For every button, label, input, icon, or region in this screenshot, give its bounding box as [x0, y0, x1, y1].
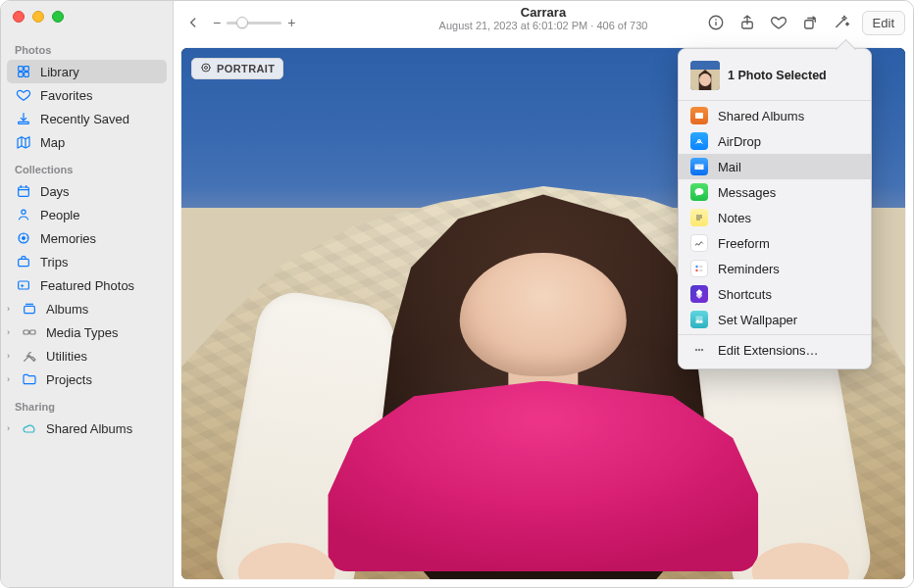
share-menu: 1 Photo Selected Shared AlbumsAirDropMai… [678, 48, 872, 369]
portrait-badge-icon [200, 62, 212, 75]
menu-item-label: AirDrop [718, 134, 761, 149]
extensions-icon [690, 341, 708, 359]
toolbar-title-block: Carrara August 21, 2023 at 6:01:02 PM · … [439, 5, 648, 31]
notes-icon [690, 209, 708, 226]
svg-point-11 [22, 236, 25, 240]
sidebar-item-label: Trips [40, 255, 68, 270]
cloud-icon [21, 420, 38, 436]
share-menu-item-notes[interactable]: Notes [679, 205, 871, 230]
portrait-badge: PORTRAIT [191, 58, 283, 79]
person-icon [15, 207, 32, 222]
sidebar-section-header: Sharing [7, 391, 167, 416]
sidebar-item-label: Memories [40, 231, 96, 246]
rect-stack-icon [21, 301, 38, 317]
sidebar-item-map[interactable]: Map [7, 130, 167, 154]
share-menu-thumbnail [690, 61, 720, 90]
sidebar-item-label: Shared Albums [46, 421, 132, 436]
sidebar-item-recently[interactable]: Recently Saved [7, 107, 167, 130]
svg-rect-19 [24, 330, 28, 334]
reminders-icon [690, 260, 708, 277]
zoom-out-label[interactable]: − [213, 15, 221, 30]
shortcuts-icon [690, 285, 708, 303]
sidebar-item-people[interactable]: People [7, 203, 167, 226]
svg-point-43 [698, 349, 700, 351]
sidebar-item-library[interactable]: Library [7, 60, 167, 83]
chevron-right-icon[interactable]: › [7, 327, 10, 337]
close-window-button[interactable] [13, 11, 25, 23]
edit-button[interactable]: Edit [862, 11, 905, 35]
sidebar-item-albums[interactable]: ›Albums [13, 297, 167, 320]
app-window: PhotosLibraryFavoritesRecently SavedMapC… [0, 0, 914, 588]
svg-point-42 [695, 349, 697, 351]
share-menu-item-mail[interactable]: Mail [679, 154, 871, 179]
sidebar-item-days[interactable]: Days [7, 179, 167, 203]
menu-item-label: Set Wallpaper [718, 313, 797, 327]
calendar-icon [15, 183, 32, 199]
chevron-right-icon[interactable]: › [7, 351, 10, 361]
sidebar-item-memories[interactable]: Memories [7, 226, 167, 250]
chevron-right-icon[interactable]: › [7, 374, 10, 384]
svg-point-26 [202, 64, 210, 72]
svg-point-27 [205, 67, 208, 70]
sidebar-section-header: Photos [7, 34, 167, 60]
auto-enhance-button[interactable] [827, 9, 856, 36]
svg-rect-17 [19, 281, 29, 289]
info-button[interactable] [701, 9, 731, 36]
mail-icon [690, 158, 708, 175]
wrench-icon [21, 348, 38, 364]
freeform-icon [690, 234, 708, 252]
sidebar-item-label: Days [40, 184, 70, 199]
favorite-button[interactable] [764, 9, 793, 36]
share-menu-item-reminders[interactable]: Reminders [679, 256, 871, 281]
separator [679, 334, 871, 335]
share-menu-item-shortcuts[interactable]: Shortcuts [679, 281, 871, 307]
zoom-in-label[interactable]: + [287, 15, 295, 30]
sidebar-item-projects[interactable]: ›Projects [13, 368, 167, 391]
share-menu-edit-extensions[interactable]: Edit Extensions… [679, 337, 871, 363]
chevron-right-icon[interactable]: › [7, 423, 10, 433]
sidebar-item-utilities[interactable]: ›Utilities [13, 344, 167, 368]
chevron-right-icon[interactable]: › [7, 304, 10, 314]
menu-item-label: Mail [718, 160, 741, 174]
share-menu-item-shared-albums[interactable]: Shared Albums [679, 103, 871, 128]
svg-rect-3 [25, 73, 29, 77]
share-menu-item-wallpaper[interactable]: Set Wallpaper [679, 307, 871, 332]
sidebar-item-favorites[interactable]: Favorites [7, 83, 167, 107]
menu-item-label: Freeform [718, 236, 770, 251]
minimize-window-button[interactable] [32, 11, 44, 23]
sidebar-item-label: Projects [46, 372, 92, 387]
menu-item-label: Notes [718, 211, 751, 225]
toolbar: − + Carrara August 21, 2023 at 6:01:02 P… [174, 1, 913, 44]
sidebar-item-featured[interactable]: Featured Photos [7, 273, 167, 297]
shared-icon [690, 107, 708, 124]
wallpaper-icon [690, 311, 708, 328]
svg-point-15 [26, 237, 27, 238]
zoom-slider[interactable] [227, 22, 281, 24]
svg-rect-2 [19, 73, 24, 77]
folder-icon [21, 371, 38, 387]
back-button[interactable] [181, 11, 205, 34]
grid-icon [15, 64, 32, 79]
share-menu-header: 1 Photo Selected [679, 55, 871, 98]
sidebar-item-label: Media Types [46, 325, 118, 340]
photo-title: Carrara [439, 5, 648, 20]
zoom-window-button[interactable] [52, 11, 64, 23]
airdrop-icon [690, 132, 708, 150]
svg-rect-5 [19, 187, 29, 196]
sidebar-item-trips[interactable]: Trips [7, 250, 167, 273]
map-icon [15, 134, 32, 150]
sidebar-item-media[interactable]: ›Media Types [13, 320, 167, 344]
share-menu-item-freeform[interactable]: Freeform [679, 230, 871, 256]
share-menu-item-messages[interactable]: Messages [679, 179, 871, 205]
svg-rect-16 [19, 259, 29, 266]
share-menu-item-airdrop[interactable]: AirDrop [679, 128, 871, 154]
sidebar-item-shared-albums[interactable]: ›Shared Albums [13, 416, 167, 440]
zoom-slider-thumb[interactable] [236, 17, 248, 28]
svg-rect-30 [695, 113, 703, 119]
rotate-button[interactable] [795, 9, 825, 36]
share-button[interactable] [733, 9, 762, 36]
sidebar-item-label: Featured Photos [40, 278, 134, 293]
sidebar-section-header: Collections [7, 154, 167, 179]
share-menu-title: 1 Photo Selected [728, 69, 827, 82]
svg-point-13 [23, 241, 24, 242]
